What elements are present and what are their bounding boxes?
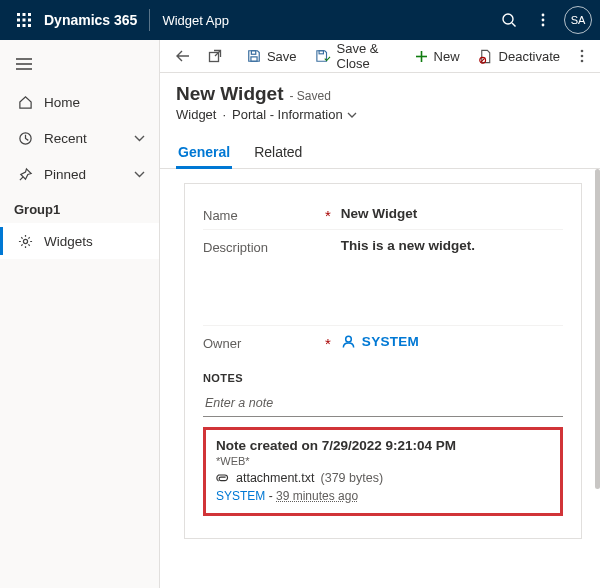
note-meta: SYSTEM - 39 minutes ago xyxy=(216,489,550,503)
new-label: New xyxy=(434,49,460,64)
search-icon[interactable] xyxy=(492,3,526,37)
sidebar: Home Recent Pinned Group1 Widgets xyxy=(0,40,160,588)
tabs: General Related xyxy=(160,136,600,169)
attachment-icon xyxy=(216,473,230,484)
deactivate-icon xyxy=(478,49,493,64)
clock-icon xyxy=(16,129,34,147)
sidebar-item-label: Pinned xyxy=(44,167,86,182)
plus-icon xyxy=(415,50,428,63)
svg-line-18 xyxy=(19,176,22,179)
sidebar-item-label: Recent xyxy=(44,131,87,146)
record-save-status: - Saved xyxy=(290,89,331,103)
save-button[interactable]: Save xyxy=(239,40,305,72)
deactivate-label: Deactivate xyxy=(499,49,560,64)
tab-general[interactable]: General xyxy=(176,136,232,168)
svg-rect-23 xyxy=(319,51,323,54)
svg-rect-8 xyxy=(28,24,31,27)
chevron-down-icon xyxy=(347,112,357,118)
svg-rect-6 xyxy=(17,24,20,27)
svg-rect-1 xyxy=(23,13,26,16)
attachment-name: attachment.txt xyxy=(236,471,315,485)
new-button[interactable]: New xyxy=(407,40,468,72)
home-icon xyxy=(16,93,34,111)
svg-point-12 xyxy=(542,19,545,22)
deactivate-button[interactable]: Deactivate xyxy=(470,40,568,72)
save-icon xyxy=(247,49,261,63)
svg-line-10 xyxy=(512,23,516,27)
avatar[interactable]: SA xyxy=(564,6,592,34)
svg-point-28 xyxy=(581,50,584,53)
widget-icon xyxy=(16,232,34,250)
svg-rect-0 xyxy=(17,13,20,16)
save-close-button[interactable]: Save & Close xyxy=(307,40,405,72)
notes-header: NOTES xyxy=(203,372,563,384)
svg-rect-21 xyxy=(251,51,255,55)
note-input[interactable]: Enter a note xyxy=(203,390,563,417)
svg-point-11 xyxy=(542,14,545,17)
svg-point-9 xyxy=(503,14,513,24)
svg-rect-22 xyxy=(251,57,257,61)
tab-related[interactable]: Related xyxy=(252,136,304,168)
save-label: Save xyxy=(267,49,297,64)
save-close-icon xyxy=(315,49,331,63)
record-title: New Widget xyxy=(176,83,284,105)
main-content: Save Save & Close New Deactivate New Wid… xyxy=(160,40,600,588)
note-attachment[interactable]: attachment.txt (379 bytes) xyxy=(216,471,550,485)
note-tag: *WEB* xyxy=(216,455,550,467)
command-bar: Save Save & Close New Deactivate xyxy=(160,40,600,73)
sidebar-item-label: Widgets xyxy=(44,234,93,249)
field-description[interactable]: Description * This is a new widget. xyxy=(203,229,563,325)
chevron-down-icon xyxy=(134,171,145,178)
note-timestamp: 39 minutes ago xyxy=(276,489,358,503)
note-title: Note created on 7/29/2022 9:21:04 PM xyxy=(216,438,550,453)
save-close-label: Save & Close xyxy=(337,41,397,71)
attachment-size: (379 bytes) xyxy=(321,471,384,485)
required-indicator: * xyxy=(325,334,331,351)
owner-value: SYSTEM xyxy=(362,334,419,349)
note-author[interactable]: SYSTEM xyxy=(216,489,265,503)
brand-name[interactable]: Dynamics 365 xyxy=(40,12,147,28)
field-label: Name xyxy=(203,206,323,223)
form-name: Portal - Information xyxy=(232,107,343,122)
app-name[interactable]: Widget App xyxy=(152,13,239,28)
field-owner[interactable]: Owner * SYSTEM xyxy=(203,325,563,358)
sidebar-item-pinned[interactable]: Pinned xyxy=(0,156,159,192)
svg-point-19 xyxy=(23,239,27,243)
svg-point-30 xyxy=(581,60,584,63)
sidebar-item-widgets[interactable]: Widgets xyxy=(0,223,159,259)
avatar-initials: SA xyxy=(571,14,586,26)
record-header: New Widget - Saved Widget · Portal - Inf… xyxy=(160,73,600,128)
svg-rect-5 xyxy=(28,19,31,22)
more-commands-icon[interactable] xyxy=(572,40,592,72)
sidebar-item-label: Home xyxy=(44,95,80,110)
svg-rect-2 xyxy=(28,13,31,16)
field-name[interactable]: Name * New Widget xyxy=(203,198,563,229)
sidebar-item-home[interactable]: Home xyxy=(0,84,159,120)
form-panel: Name * New Widget Description * This is … xyxy=(184,183,582,539)
required-indicator: * xyxy=(325,206,331,223)
svg-rect-4 xyxy=(23,19,26,22)
top-app-bar: Dynamics 365 Widget App SA xyxy=(0,0,600,40)
svg-point-31 xyxy=(346,336,352,342)
svg-rect-3 xyxy=(17,19,20,22)
waffle-icon[interactable] xyxy=(8,4,40,36)
field-value: New Widget xyxy=(341,206,563,221)
sidebar-item-recent[interactable]: Recent xyxy=(0,120,159,156)
open-new-window-button[interactable] xyxy=(200,40,230,72)
field-label: Description xyxy=(203,238,323,255)
pin-icon xyxy=(16,165,34,183)
field-value: This is a new widget. xyxy=(341,238,563,253)
field-label: Owner xyxy=(203,334,323,351)
person-icon xyxy=(341,334,356,349)
entity-name: Widget xyxy=(176,107,216,122)
back-button[interactable] xyxy=(168,40,198,72)
svg-rect-7 xyxy=(23,24,26,27)
svg-point-29 xyxy=(581,55,584,58)
chevron-down-icon xyxy=(134,135,145,142)
form-selector[interactable]: Portal - Information xyxy=(232,107,357,122)
hamburger-button[interactable] xyxy=(0,44,159,84)
svg-point-13 xyxy=(542,24,545,27)
scrollbar[interactable] xyxy=(595,169,600,489)
more-vertical-icon[interactable] xyxy=(526,3,560,37)
sidebar-group-label: Group1 xyxy=(0,192,159,223)
